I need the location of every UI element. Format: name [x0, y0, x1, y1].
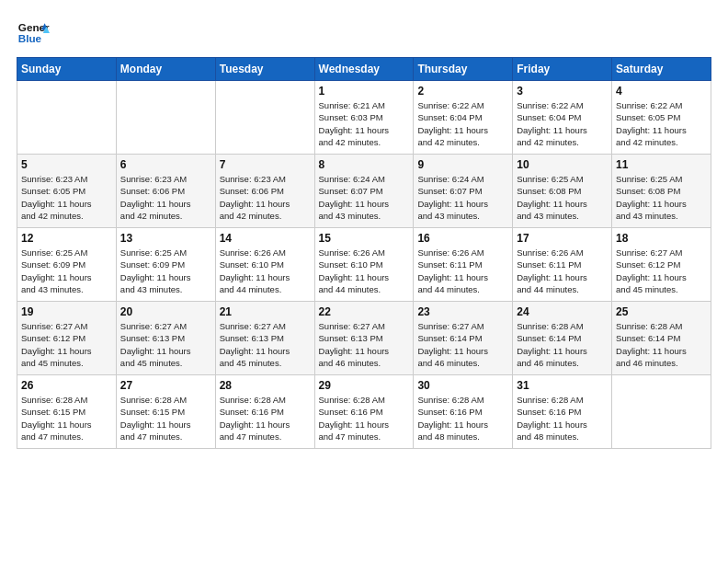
day-cell: 20Sunrise: 6:27 AMSunset: 6:13 PMDayligh…	[116, 302, 215, 375]
calendar-table: SundayMondayTuesdayWednesdayThursdayFrid…	[17, 57, 711, 449]
day-number: 19	[21, 305, 112, 318]
day-cell: 24Sunrise: 6:28 AMSunset: 6:14 PMDayligh…	[513, 302, 612, 375]
day-detail: Sunrise: 6:28 AMSunset: 6:14 PMDaylight:…	[616, 320, 707, 369]
day-number: 11	[616, 158, 707, 171]
header-day-friday: Friday	[513, 58, 612, 81]
day-detail: Sunrise: 6:27 AMSunset: 6:12 PMDaylight:…	[616, 247, 707, 295]
day-cell: 1Sunrise: 6:21 AMSunset: 6:03 PMDaylight…	[314, 81, 414, 155]
week-row-5: 26Sunrise: 6:28 AMSunset: 6:15 PMDayligh…	[17, 375, 711, 449]
day-number: 13	[120, 232, 211, 245]
day-number: 17	[517, 232, 608, 245]
day-cell: 8Sunrise: 6:24 AMSunset: 6:07 PMDaylight…	[314, 155, 414, 228]
day-cell: 13Sunrise: 6:25 AMSunset: 6:09 PMDayligh…	[116, 228, 215, 302]
day-number: 23	[417, 305, 508, 318]
day-cell: 23Sunrise: 6:27 AMSunset: 6:14 PMDayligh…	[414, 302, 513, 375]
day-detail: Sunrise: 6:28 AMSunset: 6:16 PMDaylight:…	[517, 394, 608, 442]
week-row-2: 5Sunrise: 6:23 AMSunset: 6:05 PMDaylight…	[17, 155, 711, 228]
day-cell: 10Sunrise: 6:25 AMSunset: 6:08 PMDayligh…	[513, 155, 612, 228]
header-day-monday: Monday	[116, 58, 215, 81]
logo-icon: General Blue	[17, 17, 50, 50]
header-day-wednesday: Wednesday	[314, 58, 414, 81]
day-number: 18	[616, 232, 707, 245]
day-detail: Sunrise: 6:23 AMSunset: 6:05 PMDaylight:…	[21, 173, 112, 222]
logo: General Blue	[17, 17, 51, 50]
day-cell: 12Sunrise: 6:25 AMSunset: 6:09 PMDayligh…	[17, 228, 117, 302]
day-number: 26	[21, 379, 112, 392]
day-detail: Sunrise: 6:28 AMSunset: 6:16 PMDaylight:…	[220, 394, 311, 442]
day-cell: 27Sunrise: 6:28 AMSunset: 6:15 PMDayligh…	[116, 375, 215, 449]
day-detail: Sunrise: 6:24 AMSunset: 6:07 PMDaylight:…	[417, 173, 508, 222]
day-number: 7	[220, 158, 311, 171]
day-detail: Sunrise: 6:27 AMSunset: 6:14 PMDaylight:…	[417, 320, 508, 369]
header: General Blue	[17, 17, 711, 50]
day-detail: Sunrise: 6:26 AMSunset: 6:10 PMDaylight:…	[319, 247, 410, 295]
day-number: 10	[517, 158, 608, 171]
day-cell	[116, 81, 215, 155]
day-detail: Sunrise: 6:22 AMSunset: 6:05 PMDaylight:…	[616, 99, 707, 148]
header-day-tuesday: Tuesday	[215, 58, 314, 81]
day-detail: Sunrise: 6:27 AMSunset: 6:13 PMDaylight:…	[319, 320, 410, 369]
day-cell: 30Sunrise: 6:28 AMSunset: 6:16 PMDayligh…	[414, 375, 513, 449]
day-detail: Sunrise: 6:25 AMSunset: 6:09 PMDaylight:…	[21, 247, 112, 295]
week-row-3: 12Sunrise: 6:25 AMSunset: 6:09 PMDayligh…	[17, 228, 711, 302]
day-cell	[215, 81, 314, 155]
day-cell: 18Sunrise: 6:27 AMSunset: 6:12 PMDayligh…	[612, 228, 711, 302]
day-number: 14	[220, 232, 311, 245]
day-detail: Sunrise: 6:28 AMSunset: 6:15 PMDaylight:…	[120, 394, 211, 442]
day-cell: 29Sunrise: 6:28 AMSunset: 6:16 PMDayligh…	[314, 375, 414, 449]
day-cell: 6Sunrise: 6:23 AMSunset: 6:06 PMDaylight…	[116, 155, 215, 228]
day-detail: Sunrise: 6:22 AMSunset: 6:04 PMDaylight:…	[517, 99, 608, 148]
day-cell: 7Sunrise: 6:23 AMSunset: 6:06 PMDaylight…	[215, 155, 314, 228]
day-cell: 25Sunrise: 6:28 AMSunset: 6:14 PMDayligh…	[612, 302, 711, 375]
day-detail: Sunrise: 6:28 AMSunset: 6:15 PMDaylight:…	[21, 394, 112, 442]
day-detail: Sunrise: 6:27 AMSunset: 6:13 PMDaylight:…	[120, 320, 211, 369]
day-number: 2	[417, 85, 508, 98]
day-detail: Sunrise: 6:26 AMSunset: 6:10 PMDaylight:…	[220, 247, 311, 295]
day-detail: Sunrise: 6:26 AMSunset: 6:11 PMDaylight:…	[517, 247, 608, 295]
day-detail: Sunrise: 6:21 AMSunset: 6:03 PMDaylight:…	[319, 99, 410, 148]
day-cell: 11Sunrise: 6:25 AMSunset: 6:08 PMDayligh…	[612, 155, 711, 228]
day-number: 29	[319, 379, 410, 392]
day-number: 5	[21, 158, 112, 171]
day-number: 3	[517, 85, 608, 98]
svg-text:Blue: Blue	[18, 32, 42, 44]
day-detail: Sunrise: 6:22 AMSunset: 6:04 PMDaylight:…	[417, 99, 508, 148]
day-cell: 3Sunrise: 6:22 AMSunset: 6:04 PMDaylight…	[513, 81, 612, 155]
header-day-saturday: Saturday	[612, 58, 711, 81]
week-row-1: 1Sunrise: 6:21 AMSunset: 6:03 PMDaylight…	[17, 81, 711, 155]
day-number: 16	[417, 232, 508, 245]
day-cell: 9Sunrise: 6:24 AMSunset: 6:07 PMDaylight…	[414, 155, 513, 228]
day-cell: 17Sunrise: 6:26 AMSunset: 6:11 PMDayligh…	[513, 228, 612, 302]
day-detail: Sunrise: 6:25 AMSunset: 6:08 PMDaylight:…	[517, 173, 608, 222]
day-number: 9	[417, 158, 508, 171]
day-number: 24	[517, 305, 608, 318]
day-cell	[612, 375, 711, 449]
day-number: 31	[517, 379, 608, 392]
day-detail: Sunrise: 6:25 AMSunset: 6:08 PMDaylight:…	[616, 173, 707, 222]
day-number: 15	[319, 232, 410, 245]
day-number: 27	[120, 379, 211, 392]
day-number: 22	[319, 305, 410, 318]
day-detail: Sunrise: 6:23 AMSunset: 6:06 PMDaylight:…	[220, 173, 311, 222]
day-cell: 14Sunrise: 6:26 AMSunset: 6:10 PMDayligh…	[215, 228, 314, 302]
day-cell: 22Sunrise: 6:27 AMSunset: 6:13 PMDayligh…	[314, 302, 414, 375]
day-number: 12	[21, 232, 112, 245]
day-number: 6	[120, 158, 211, 171]
day-cell: 21Sunrise: 6:27 AMSunset: 6:13 PMDayligh…	[215, 302, 314, 375]
day-number: 4	[616, 85, 707, 98]
day-number: 28	[220, 379, 311, 392]
header-row: SundayMondayTuesdayWednesdayThursdayFrid…	[17, 58, 711, 81]
day-cell	[17, 81, 117, 155]
day-detail: Sunrise: 6:26 AMSunset: 6:11 PMDaylight:…	[417, 247, 508, 295]
day-cell: 2Sunrise: 6:22 AMSunset: 6:04 PMDaylight…	[414, 81, 513, 155]
day-cell: 4Sunrise: 6:22 AMSunset: 6:05 PMDaylight…	[612, 81, 711, 155]
page: General Blue SundayMondayTuesdayWednesda…	[0, 0, 728, 563]
day-cell: 31Sunrise: 6:28 AMSunset: 6:16 PMDayligh…	[513, 375, 612, 449]
day-number: 20	[120, 305, 211, 318]
day-detail: Sunrise: 6:27 AMSunset: 6:12 PMDaylight:…	[21, 320, 112, 369]
day-detail: Sunrise: 6:27 AMSunset: 6:13 PMDaylight:…	[220, 320, 311, 369]
day-number: 1	[319, 85, 410, 98]
day-detail: Sunrise: 6:24 AMSunset: 6:07 PMDaylight:…	[319, 173, 410, 222]
day-number: 21	[220, 305, 311, 318]
day-cell: 19Sunrise: 6:27 AMSunset: 6:12 PMDayligh…	[17, 302, 117, 375]
